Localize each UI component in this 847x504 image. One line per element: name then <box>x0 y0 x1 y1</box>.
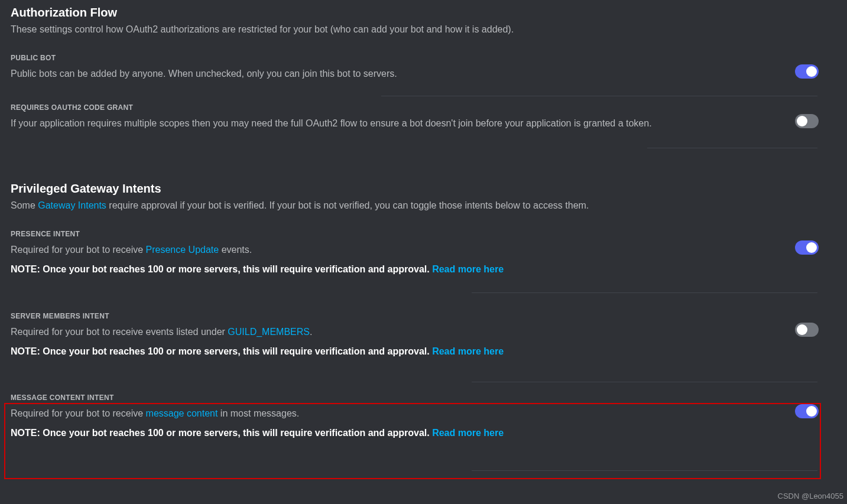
gateway-intents-link[interactable]: Gateway Intents <box>38 200 106 210</box>
message-content-link[interactable]: message content <box>146 408 218 418</box>
presence-intent-label: PRESENCE INTENT <box>11 230 789 238</box>
message-intent-label: MESSAGE CONTENT INTENT <box>11 394 789 402</box>
public-bot-toggle[interactable] <box>795 64 819 79</box>
message-intent-desc: Required for your bot to receive message… <box>11 407 789 420</box>
public-bot-label: PUBLIC BOT <box>11 54 789 62</box>
intents-desc: Some Gateway Intents require approval if… <box>11 199 836 212</box>
intents-desc-suffix: require approval if your bot is verified… <box>106 200 589 210</box>
divider <box>472 470 817 471</box>
presence-desc-suffix: events. <box>219 245 252 255</box>
message-note: NOTE: Once your bot reaches 100 or more … <box>11 426 789 440</box>
intents-title: Privileged Gateway Intents <box>11 182 836 196</box>
auth-flow-desc: These settings control how OAuth2 author… <box>11 23 836 36</box>
presence-intent-toggle[interactable] <box>795 240 819 255</box>
divider <box>647 148 817 148</box>
note-text: NOTE: Once your bot reaches 100 or more … <box>11 428 432 438</box>
presence-intent-desc: Required for your bot to receive Presenc… <box>11 243 789 256</box>
note-text: NOTE: Once your bot reaches 100 or more … <box>11 264 432 274</box>
presence-update-link[interactable]: Presence Update <box>146 245 219 255</box>
read-more-link[interactable]: Read more here <box>432 264 504 274</box>
guild-members-link[interactable]: GUILD_MEMBERS <box>228 327 310 337</box>
divider <box>472 292 817 293</box>
code-grant-option: REQUIRES OAUTH2 CODE GRANT If your appli… <box>11 103 836 130</box>
members-desc-suffix: . <box>310 327 312 337</box>
members-intent-desc: Required for your bot to receive events … <box>11 325 789 339</box>
presence-intent-option: PRESENCE INTENT Required for your bot to… <box>11 230 836 276</box>
message-desc-prefix: Required for your bot to receive <box>11 408 146 418</box>
code-grant-label: REQUIRES OAUTH2 CODE GRANT <box>11 103 789 112</box>
watermark: CSDN @Leon4055 <box>778 492 843 500</box>
divider <box>472 382 817 382</box>
message-intent-toggle[interactable] <box>795 404 819 418</box>
public-bot-option: PUBLIC BOT Public bots can be added by a… <box>11 54 836 80</box>
public-bot-desc: Public bots can be added by anyone. When… <box>11 67 789 80</box>
auth-flow-title: Authorization Flow <box>11 6 836 19</box>
divider <box>381 96 817 96</box>
members-desc-prefix: Required for your bot to receive events … <box>11 327 228 337</box>
members-intent-option: SERVER MEMBERS INTENT Required for your … <box>11 312 836 358</box>
read-more-link[interactable]: Read more here <box>432 428 504 438</box>
presence-desc-prefix: Required for your bot to receive <box>11 245 146 255</box>
note-text: NOTE: Once your bot reaches 100 or more … <box>11 346 432 356</box>
code-grant-desc: If your application requires multiple sc… <box>11 116 789 130</box>
members-note: NOTE: Once your bot reaches 100 or more … <box>11 344 789 358</box>
members-intent-toggle[interactable] <box>795 323 819 337</box>
code-grant-toggle[interactable] <box>795 114 819 128</box>
intents-desc-prefix: Some <box>11 200 38 210</box>
members-intent-label: SERVER MEMBERS INTENT <box>11 312 789 320</box>
read-more-link[interactable]: Read more here <box>432 346 504 356</box>
message-intent-option: MESSAGE CONTENT INTENT Required for your… <box>11 394 836 440</box>
presence-note: NOTE: Once your bot reaches 100 or more … <box>11 262 789 276</box>
message-desc-suffix: in most messages. <box>218 408 299 418</box>
